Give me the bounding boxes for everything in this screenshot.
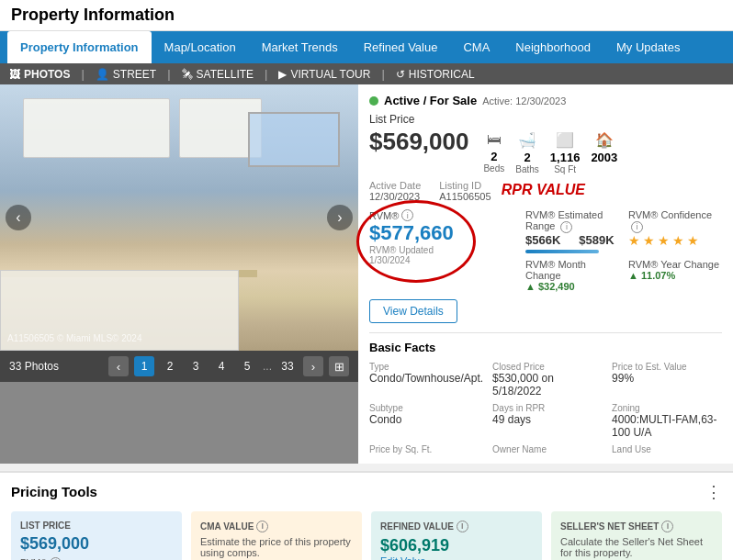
tab-map-location[interactable]: Map/Location <box>152 31 249 63</box>
range-low: $566K <box>525 233 560 247</box>
bed-icon: 🛏 <box>487 131 502 148</box>
photo-prev-button[interactable]: ‹ <box>6 205 31 230</box>
sellers-net-info-icon[interactable]: i <box>661 521 673 532</box>
year-change-value: ▲ 11.07% <box>628 270 722 281</box>
historical-icon: ↺ <box>396 68 405 81</box>
nav-tabs: Property Information Map/Location Market… <box>0 31 733 63</box>
property-stats: 🛏 2 Beds 🛁 2 Baths ⬜ 1,116 Sq Ft 🏠 2003 <box>483 131 617 174</box>
status-sub: Active: 12/30/2023 <box>482 95 566 106</box>
tab-market-trends[interactable]: Market Trends <box>249 31 351 63</box>
sqft-icon: ⬜ <box>556 131 574 149</box>
rvm-section: RVM® i $577,660 RVM® Updated 1/30/2024 R… <box>369 209 722 292</box>
main-content: ‹ › A11506505 © Miami MLS© 2024 33 Photo… <box>0 84 733 464</box>
fact-item: Price to Est. Value99% <box>612 362 722 398</box>
pricing-tools-header: Pricing Tools ⋮ <box>11 482 722 502</box>
page-33[interactable]: 33 <box>277 356 298 376</box>
street-button[interactable]: 👤 STREET <box>96 68 156 81</box>
photo-next-button[interactable]: › <box>327 205 353 230</box>
street-icon: 👤 <box>96 68 109 81</box>
rvm-info-icon[interactable]: i <box>401 209 413 221</box>
confidence-stars: ★ ★ ★ ★ ★ <box>628 233 722 248</box>
rvm-main: RVM® i $577,660 RVM® Updated 1/30/2024 R… <box>369 209 498 265</box>
pricing-card-sellers-net-sheet: SELLER'S NET SHEET i Calculate the Selle… <box>551 511 722 561</box>
basic-facts: Basic Facts TypeCondo/Townhouse/Apt.Clos… <box>369 332 722 454</box>
rvm-confidence: RVM® Confidence i ★ ★ ★ ★ ★ <box>628 209 722 259</box>
tab-neighborhood[interactable]: Neighborhood <box>502 31 603 63</box>
price-row: $569,000 🛏 2 Beds 🛁 2 Baths ⬜ 1,116 Sq F… <box>369 128 722 174</box>
status-text: Active / For Sale <box>384 94 477 107</box>
property-details: Active / For Sale Active: 12/30/2023 Lis… <box>358 84 733 464</box>
photo-watermark: A11506505 © Miami MLS© 2024 <box>7 333 141 343</box>
satellite-button[interactable]: 🛰 SATELLITE <box>182 68 254 81</box>
tab-my-updates[interactable]: My Updates <box>603 31 693 63</box>
rvm-pricing-info-icon[interactable]: i <box>50 557 62 561</box>
beds-stat: 🛏 2 Beds <box>483 131 504 174</box>
page-3[interactable]: 3 <box>186 356 206 376</box>
fact-item: Owner Name <box>492 444 603 454</box>
tab-refined-value[interactable]: Refined Value <box>351 31 451 63</box>
year-icon: 🏠 <box>595 131 614 149</box>
page-prev-button[interactable]: ‹ <box>108 356 129 376</box>
photo-bar: 🖼 PHOTOS | 👤 STREET | 🛰 SATELLITE | ▶ VI… <box>0 63 733 84</box>
fact-item: Price by Sq. Ft. <box>369 444 483 454</box>
photos-button[interactable]: 🖼 PHOTOS <box>9 68 70 81</box>
status-dot <box>369 96 378 106</box>
tab-property-information[interactable]: Property Information <box>7 31 152 63</box>
pricing-tools: Pricing Tools ⋮ LIST PRICE $569,000 RVM®… <box>0 471 733 561</box>
rvm-bar <box>525 250 599 253</box>
rvm-updated: RVM® Updated 1/30/2024 <box>369 245 498 265</box>
rvm-change-row: RVM® Month Change ▲ $32,490 RVM® Year Ch… <box>525 259 722 292</box>
range-info-icon[interactable]: i <box>560 221 572 233</box>
page-5[interactable]: 5 <box>237 356 257 376</box>
pricing-card-refined-value: REFINED VALUE i $606,919 Edit Value → <box>371 511 542 561</box>
pricing-cards: LIST PRICE $569,000 RVM® i $577,660 CMA … <box>11 511 722 561</box>
historical-button[interactable]: ↺ HISTORICAL <box>396 68 475 81</box>
active-date-item: Active Date 12/30/2023 <box>369 180 421 202</box>
bath-icon: 🛁 <box>518 131 536 149</box>
fact-item: Closed Price$530,000 on 5/18/2022 <box>492 362 603 398</box>
cma-info-icon[interactable]: i <box>256 521 268 532</box>
list-price-label: List Price <box>369 113 722 126</box>
status-line: Active / For Sale Active: 12/30/2023 <box>369 94 722 107</box>
basic-facts-title: Basic Facts <box>369 341 722 354</box>
rvm-label: RVM® i <box>369 209 498 221</box>
virtual-tour-button[interactable]: ▶ VIRTUAL TOUR <box>278 68 370 81</box>
refined-info-icon[interactable]: i <box>457 521 468 532</box>
rvm-value: $577,660 <box>369 221 498 245</box>
rpr-value-label: RPR VALUE <box>502 182 585 198</box>
page-title: Property Information <box>0 0 733 31</box>
sqft-stat: ⬜ 1,116 Sq Ft <box>550 131 581 174</box>
rvm-ranges: RVM® Estimated Range i $566K $589K RVM® … <box>525 209 722 292</box>
pricing-tools-menu-button[interactable]: ⋮ <box>705 482 722 502</box>
pricing-card-cma: CMA VALUE i Estimate the price of this p… <box>191 511 362 561</box>
refined-link[interactable]: Edit Value → <box>380 555 533 561</box>
fact-item: TypeCondo/Townhouse/Apt. <box>369 362 483 398</box>
facts-grid: TypeCondo/Townhouse/Apt.Closed Price$530… <box>369 362 722 454</box>
list-price-value: $569,000 <box>369 128 468 156</box>
page-4[interactable]: 4 <box>211 356 231 376</box>
confidence-info-icon[interactable]: i <box>631 221 643 233</box>
range-high: $589K <box>579 233 614 247</box>
pricing-tools-title: Pricing Tools <box>11 484 97 499</box>
rvm-year-change: RVM® Year Change ▲ 11.07% <box>628 259 722 292</box>
month-change-value: ▲ $32,490 <box>525 281 619 292</box>
property-photo: ‹ › A11506505 © Miami MLS© 2024 <box>0 84 358 351</box>
virtual-tour-icon: ▶ <box>278 68 287 81</box>
fact-item: SubtypeCondo <box>369 403 483 439</box>
page-grid-button[interactable]: ⊞ <box>329 356 349 376</box>
photo-pagination: 33 Photos ‹ 1 2 3 4 5 ... 33 › ⊞ <box>0 351 358 382</box>
page-2[interactable]: 2 <box>160 356 180 376</box>
baths-stat: 🛁 2 Baths <box>515 131 539 174</box>
tab-cma[interactable]: CMA <box>450 31 502 63</box>
photo-area: ‹ › A11506505 © Miami MLS© 2024 33 Photo… <box>0 84 358 464</box>
listing-id-item: Listing ID A11506505 <box>439 180 491 202</box>
view-details-button[interactable]: View Details <box>369 299 457 323</box>
fact-item: Zoning4000:MULTI-FAM,63-100 U/A <box>612 403 722 439</box>
page-1[interactable]: 1 <box>134 356 154 376</box>
rvm-estimated-range: RVM® Estimated Range i $566K $589K <box>525 209 619 259</box>
pricing-card-list-price: LIST PRICE $569,000 RVM® i $577,660 <box>11 511 182 561</box>
rvm-month-change: RVM® Month Change ▲ $32,490 <box>525 259 619 292</box>
year-stat: 🏠 2003 <box>591 131 617 174</box>
page-next-button[interactable]: › <box>303 356 323 376</box>
fact-item: Days in RPR49 days <box>492 403 603 439</box>
